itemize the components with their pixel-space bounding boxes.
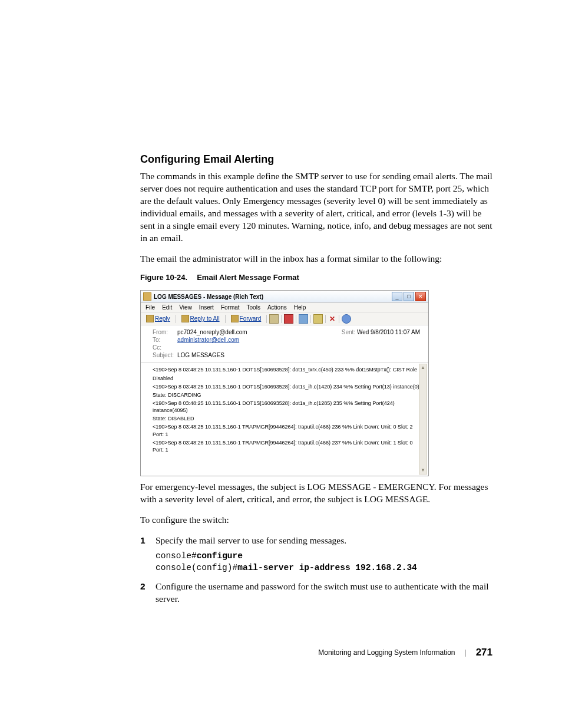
footer-divider: | <box>465 648 467 657</box>
maximize-button[interactable]: □ <box>404 292 414 301</box>
scrollbar[interactable]: ▲ ▼ <box>419 364 427 475</box>
scroll-down-icon[interactable]: ▼ <box>419 467 427 474</box>
menu-tools[interactable]: Tools <box>247 304 260 311</box>
help-icon[interactable] <box>342 314 351 324</box>
menu-file[interactable]: File <box>146 304 155 311</box>
mail-header: Sent: Wed 9/8/2010 11:07 AM From:pc7024_… <box>141 325 428 363</box>
page-footer: Monitoring and Logging System Informatio… <box>318 647 492 658</box>
email-screenshot: LOG MESSAGES - Message (Rich Text) _ □ ✕… <box>140 290 429 476</box>
log-line: State: DISCARDING <box>153 391 420 398</box>
from-value: pc7024_noreply@dell.com <box>177 329 247 335</box>
reply-all-button[interactable]: Reply to All <box>178 314 223 324</box>
chapter-title: Monitoring and Logging System Informatio… <box>318 648 455 657</box>
step-text: Specify the mail server to use for sendi… <box>156 535 346 545</box>
log-line: <190>Sep 8 03:48:25 10.131.5.160-1 DOT1S… <box>153 366 420 373</box>
step-number: 1 <box>140 535 146 547</box>
to-label: To: <box>153 337 177 343</box>
step-2: 2 Configure the username and password fo… <box>140 581 492 605</box>
section-heading: Configuring Email Alerting <box>140 153 492 166</box>
log-line: State: DISABLED <box>153 415 420 422</box>
body-paragraph-1: The commands in this example define the … <box>140 170 492 245</box>
toolbar: Reply Reply to All Forward ✕ <box>141 312 428 325</box>
flag-icon[interactable] <box>284 314 293 324</box>
scroll-up-icon[interactable]: ▲ <box>419 364 427 371</box>
log-line: <190>Sep 8 03:48:26 10.131.5.160-1 TRAPM… <box>153 439 420 453</box>
window-title: LOG MESSAGES - Message (Rich Text) <box>154 294 263 300</box>
window-icon <box>143 292 151 301</box>
subject-label: Subject: <box>153 352 177 358</box>
subject-value: LOG MESSAGES <box>177 352 224 358</box>
menu-view[interactable]: View <box>179 304 192 311</box>
page-number: 271 <box>476 647 492 658</box>
log-line: Disabled <box>153 375 420 382</box>
step-text: Configure the username and password for … <box>156 581 489 604</box>
log-line: <190>Sep 8 03:48:25 10.131.5.160-1 DOT1S… <box>153 400 420 414</box>
menu-insert[interactable]: Insert <box>199 304 214 311</box>
to-value: administrator@dell.com <box>177 337 239 343</box>
print-icon[interactable] <box>269 314 279 324</box>
log-line: <190>Sep 8 03:48:25 10.131.5.160-1 DOT1S… <box>153 383 420 390</box>
mail-body: <190>Sep 8 03:48:25 10.131.5.160-1 DOT1S… <box>141 363 428 476</box>
categorize-icon[interactable] <box>299 314 308 324</box>
titlebar: LOG MESSAGES - Message (Rich Text) _ □ ✕ <box>141 291 428 303</box>
reply-icon <box>146 315 154 322</box>
forward-button[interactable]: Forward <box>228 314 265 324</box>
step-1: 1 Specify the mail server to use for sen… <box>140 535 492 574</box>
figure-title: Email Alert Message Format <box>197 273 299 282</box>
reply-all-icon <box>181 315 189 322</box>
menubar: File Edit View Insert Format Tools Actio… <box>141 303 428 312</box>
figure-number: Figure 10-24. <box>140 273 187 282</box>
close-button[interactable]: ✕ <box>415 292 426 301</box>
body-paragraph-4: To configure the switch: <box>140 514 492 526</box>
body-paragraph-2: The email the administrator will in the … <box>140 253 492 265</box>
log-line: <190>Sep 8 03:48:25 10.131.5.160-1 TRAPM… <box>153 423 420 437</box>
figure-caption: Figure 10-24.Email Alert Message Format <box>140 273 492 282</box>
menu-edit[interactable]: Edit <box>162 304 172 311</box>
cc-label: Cc: <box>153 344 177 351</box>
minimize-button[interactable]: _ <box>392 292 402 301</box>
menu-actions[interactable]: Actions <box>267 304 287 311</box>
delete-icon[interactable]: ✕ <box>328 315 336 323</box>
from-label: From: <box>153 329 177 335</box>
forward-icon <box>231 315 239 322</box>
sent-value: Wed 9/8/2010 11:07 AM <box>357 329 420 335</box>
menu-help[interactable]: Help <box>294 304 306 311</box>
menu-format[interactable]: Format <box>221 304 240 311</box>
steps-list: 1 Specify the mail server to use for sen… <box>140 535 492 605</box>
code-block: console#configure console(config)#mail-s… <box>156 551 492 574</box>
reply-button[interactable]: Reply <box>143 314 173 324</box>
step-number: 2 <box>140 581 146 593</box>
folder-icon[interactable] <box>313 314 323 324</box>
body-paragraph-3: For emergency-level messages, the subjec… <box>140 481 492 506</box>
sent-label: Sent: <box>342 329 355 335</box>
